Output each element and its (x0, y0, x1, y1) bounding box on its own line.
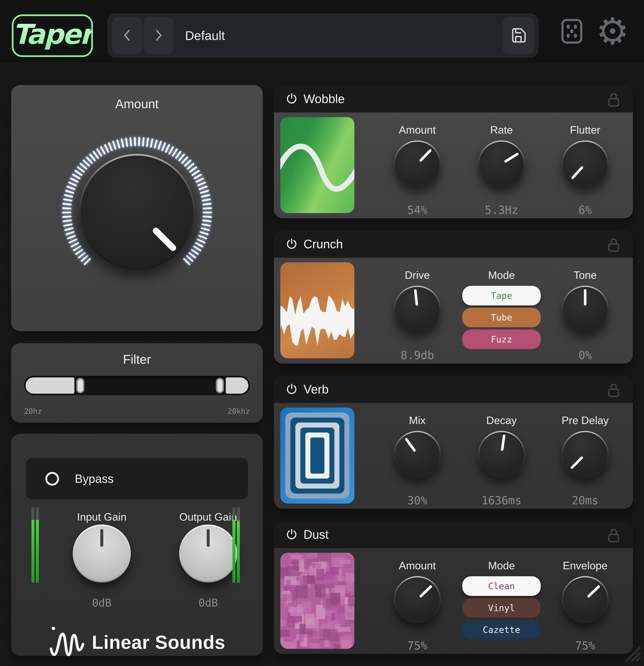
dust-envelope-knob[interactable] (562, 576, 609, 623)
dust-mode-cazette-button[interactable]: Cazette (462, 620, 541, 639)
dust-mode-clean-button[interactable]: Clean (462, 576, 541, 596)
amount-arc-tick (199, 231, 209, 235)
param-label: Pre Delay (533, 414, 637, 426)
wobble-flutter-knob[interactable] (562, 140, 609, 188)
amount-arc-tick (195, 177, 204, 183)
power-icon[interactable] (285, 383, 298, 396)
amount-arc-tick (125, 138, 128, 147)
module-crunch-thumbnail-waveform-art (280, 262, 354, 358)
filter-range-slider[interactable] (24, 376, 250, 395)
amount-arc-tick (134, 137, 136, 146)
settings-button[interactable]: ⚙ (592, 0, 633, 63)
crunch-mode-tube-button[interactable]: Tube (462, 308, 541, 327)
input-gain-knob-pointer (74, 526, 129, 581)
crunch-mode-fuzz-button[interactable]: Fuzz (462, 330, 541, 349)
module-verb-body: Mix30%Decay1636msPre Delay20ms (274, 403, 633, 509)
verb-ring (285, 413, 349, 498)
lock-open-icon[interactable] (607, 527, 621, 543)
amount-arc-tick (63, 198, 72, 201)
lock-open-icon[interactable] (607, 91, 621, 108)
crunch-tone-knob[interactable] (562, 286, 609, 333)
amount-arc-tick (63, 223, 72, 227)
amount-arc-tick (202, 220, 211, 222)
amount-arc-tick (63, 220, 72, 222)
module-verb-title: Verb (303, 382, 329, 396)
bypass-button[interactable]: Bypass (26, 458, 248, 500)
filter-low-handle[interactable] (76, 378, 84, 393)
crunch-mode-tape-button[interactable]: Tape (462, 286, 541, 305)
output-gain-label: Output Gain (153, 511, 264, 523)
wobble-rate-knob[interactable] (478, 140, 525, 188)
amount-knob-face (81, 156, 193, 268)
crunch-drive-knob[interactable] (394, 286, 441, 333)
module-dust-title: Dust (303, 527, 329, 542)
dust-amount-knob[interactable] (394, 576, 441, 623)
amount-arc-tick (150, 138, 153, 148)
param-value: 20ms (533, 494, 637, 507)
knob-pointer (554, 133, 616, 195)
amount-arc-tick (138, 137, 140, 146)
dust-mode-vinyl-button[interactable]: Vinyl (462, 598, 541, 618)
module-dust-thumbnail-noise-art (280, 553, 354, 649)
module-dust: DustAmount75%ModeCleanVinylCazetteEnvelo… (274, 521, 633, 654)
linear-sounds-squiggle-icon (49, 621, 86, 663)
lock-open-icon[interactable] (607, 382, 621, 398)
amount-panel: Amount 100% (11, 85, 263, 331)
preset-next-button[interactable] (144, 17, 174, 54)
filter-panel-title: Filter (11, 352, 263, 367)
input-level-meter-left (32, 507, 34, 583)
wobble-amount-knob[interactable] (394, 140, 441, 188)
filter-panel: Filter 20hz 20khz (11, 343, 263, 423)
output-level-meter-left (232, 507, 236, 583)
amount-arc-tick (70, 177, 79, 183)
amount-knob[interactable] (79, 154, 195, 270)
param-value: 0% (533, 349, 637, 362)
param-label: Tone (533, 269, 637, 281)
amount-arc-tick (65, 190, 74, 194)
power-icon[interactable] (285, 238, 298, 250)
bypass-label: Bypass (75, 472, 114, 486)
randomize-button[interactable] (555, 0, 589, 63)
preset-bar: Default (107, 13, 539, 58)
amount-arc-tick (201, 223, 211, 227)
module-crunch-body: Drive8.9dbModeTapeTubeFuzzTone0% (274, 258, 633, 364)
save-preset-button[interactable] (503, 17, 535, 54)
brand-name: Linear Sounds (92, 632, 225, 653)
module-crunch-param-tone: Tone0% (533, 258, 637, 364)
amount-arc-tick (65, 231, 74, 235)
filter-high-handle[interactable] (216, 378, 224, 393)
amount-arc-tick (64, 194, 73, 198)
chevron-right-icon (150, 27, 168, 45)
gear-icon: ⚙ (596, 13, 629, 50)
amount-arc-tick (161, 142, 166, 151)
io-panel: Bypass Input Gain Output Gain 0dB 0dB Li… (11, 434, 263, 656)
amount-arc-tick (201, 194, 210, 198)
param-value: 75% (533, 639, 637, 652)
resize-handle[interactable] (626, 646, 641, 663)
amount-arc-tick (203, 212, 212, 213)
filter-low-label: 20hz (24, 407, 42, 416)
module-wobble-title: Wobble (303, 92, 345, 106)
module-verb-param-pre-delay: Pre Delay20ms (533, 403, 637, 509)
output-gain-knob[interactable] (179, 524, 237, 582)
input-gain-knob[interactable] (73, 524, 131, 582)
module-wobble-param-flutter: Flutter6% (533, 112, 637, 218)
module-wobble: WobbleAmount54%Rate5.3HzFlutter6% (274, 85, 633, 218)
preset-prev-button[interactable] (112, 17, 142, 54)
verb-pre-delay-knob[interactable] (562, 431, 609, 478)
amount-arc-tick (196, 238, 205, 244)
power-icon[interactable] (285, 92, 298, 105)
amount-arc-tick (62, 215, 72, 218)
amount-arc-tick (64, 227, 73, 231)
amount-arc-tick (200, 190, 209, 194)
verb-decay-knob[interactable] (478, 431, 525, 478)
filter-high-label: 20khz (228, 407, 250, 416)
knob-pointer (386, 423, 448, 485)
preset-name[interactable]: Default (185, 13, 225, 58)
verb-mix-knob[interactable] (394, 431, 441, 478)
power-icon[interactable] (285, 528, 298, 541)
output-level-meter-right (237, 507, 240, 583)
knob-pointer (386, 568, 449, 631)
amount-arc-tick (203, 207, 212, 209)
lock-open-icon[interactable] (607, 236, 621, 253)
